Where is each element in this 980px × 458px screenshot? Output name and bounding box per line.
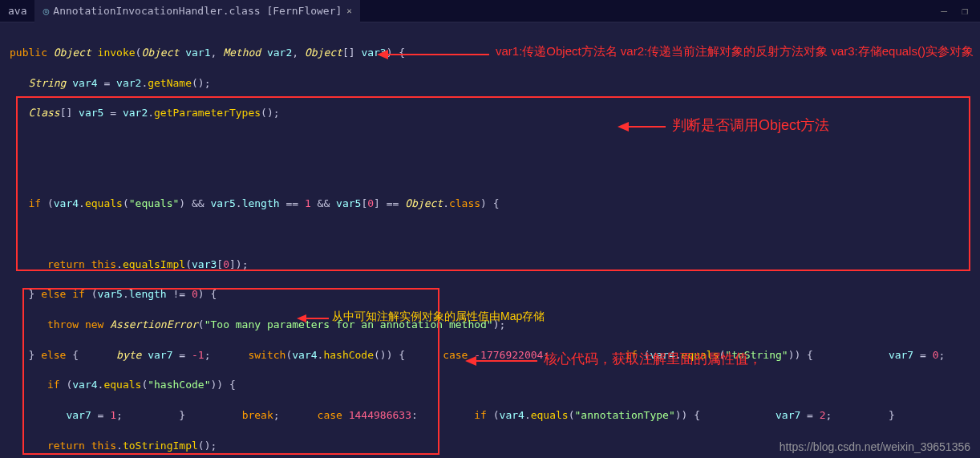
svg-marker-4: [297, 314, 306, 322]
tab-partial[interactable]: ava: [0, 0, 34, 22]
svg-marker-6: [465, 356, 476, 366]
annotation-text-box1: 判断是否调用Object方法: [672, 116, 829, 135]
code-line: String var4 = var2.getName();: [10, 76, 980, 91]
annotation-text-box2: 核心代码，获取注解里面的属性值，: [544, 350, 762, 368]
tab-label: ava: [8, 5, 26, 17]
svg-marker-0: [377, 50, 388, 59]
tab-label: AnnotationInvocationHandler.class [FernF…: [53, 5, 342, 17]
java-class-icon: ◎: [43, 5, 49, 17]
annotation-text-mid: 从中可知注解实例对象的属性值由Map存储: [332, 310, 545, 324]
minimize-icon[interactable]: —: [941, 5, 947, 17]
arrow-icon: [377, 47, 489, 63]
watermark: https://blog.csdn.net/weixin_39651356: [780, 440, 970, 453]
tab-active[interactable]: ◎ AnnotationInvocationHandler.class [Fer…: [34, 0, 359, 22]
tab-bar: ava ◎ AnnotationInvocationHandler.class …: [0, 0, 980, 22]
arrow-icon: [465, 353, 537, 369]
annotation-text-top: var1:传递Object方法名 var2:传递当前注解对象的反射方法对象 va…: [496, 44, 974, 59]
window-controls: — ❐: [941, 5, 980, 17]
arrow-icon: [297, 313, 329, 324]
close-icon[interactable]: ✕: [346, 6, 352, 16]
restore-icon[interactable]: ❐: [962, 5, 968, 17]
svg-marker-2: [618, 122, 629, 132]
arrow-icon: [618, 119, 666, 135]
